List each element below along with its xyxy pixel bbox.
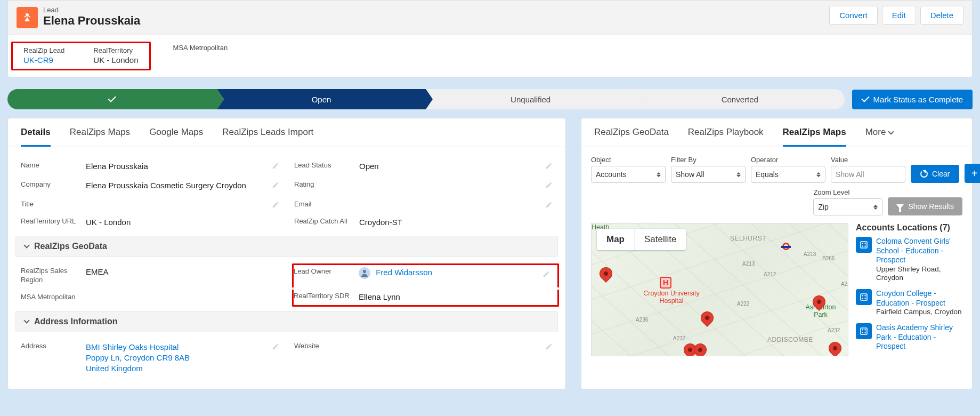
- sub-info-bar: RealZip Lead UK-CR9 RealTerritory UK - L…: [7, 35, 973, 77]
- leadowner-label: Lead Owner: [294, 267, 352, 276]
- tab-geodata[interactable]: RealZips GeoData: [594, 127, 669, 147]
- leadstatus-value: Open: [359, 161, 553, 172]
- salesregion-label: RealZips Sales Region: [21, 267, 79, 285]
- realzip-lead-value[interactable]: UK-CR9: [23, 55, 64, 65]
- tab-more[interactable]: More: [865, 127, 894, 147]
- check-icon: [861, 94, 870, 102]
- account-icon: [856, 237, 872, 253]
- check-icon: [108, 94, 117, 102]
- realterritory-label: RealTerritory: [93, 46, 138, 54]
- leadowner-value[interactable]: Fred Widarsson: [376, 268, 432, 277]
- address-label: Address: [21, 342, 79, 351]
- tab-google-maps[interactable]: Google Maps: [149, 127, 203, 147]
- address-line3[interactable]: United Kingdom: [86, 364, 143, 373]
- map-pin[interactable]: [826, 339, 844, 356]
- path-stage-converted[interactable]: Converted: [635, 89, 845, 109]
- path-stage-done[interactable]: [7, 89, 217, 109]
- satellite-btn[interactable]: Satellite: [634, 229, 686, 250]
- filterby-select[interactable]: Show All: [671, 166, 746, 183]
- operator-select[interactable]: Equals: [751, 166, 825, 183]
- svg-rect-14: [865, 329, 866, 330]
- tab-rzmaps[interactable]: RealZips Maps: [783, 127, 846, 147]
- pencil-icon[interactable]: [542, 270, 550, 279]
- lead-path: Open Unqualified Converted: [7, 89, 845, 109]
- pencil-icon[interactable]: [272, 181, 279, 190]
- object-select[interactable]: Accounts: [591, 166, 666, 183]
- pencil-icon[interactable]: [272, 162, 279, 171]
- map-btn[interactable]: Map: [597, 229, 634, 250]
- path-row: Open Unqualified Converted Mark Status a…: [7, 89, 973, 109]
- pencil-icon[interactable]: [545, 201, 553, 210]
- map-type-toggle: Map Satellite: [597, 229, 686, 250]
- pencil-icon[interactable]: [272, 201, 279, 210]
- map-pin[interactable]: [597, 265, 615, 283]
- convert-button[interactable]: Convert: [829, 6, 878, 25]
- zoom-select[interactable]: Zip: [813, 198, 882, 215]
- pencil-icon[interactable]: [545, 181, 553, 190]
- show-results-button[interactable]: Show Results: [888, 197, 962, 215]
- tab-realzips-import[interactable]: RealZips Leads Import: [222, 127, 313, 147]
- road-label: A232: [826, 327, 841, 333]
- path-stage-open[interactable]: Open: [217, 89, 426, 109]
- account-icon: [856, 289, 872, 305]
- account-address: Fairfield Campus, Croydon: [876, 308, 962, 317]
- account-name[interactable]: Coloma Convent Girls' School - Education…: [876, 237, 951, 264]
- section-geodata[interactable]: RealZips GeoData: [15, 236, 558, 257]
- lead-icon: [17, 7, 38, 28]
- address-line2[interactable]: Poppy Ln, Croydon CR9 8AB: [86, 353, 190, 362]
- mark-complete-label: Mark Status as Complete: [873, 95, 963, 104]
- clear-button[interactable]: Clear: [911, 165, 959, 183]
- details-panel: Details RealZips Maps Google Maps RealZi…: [7, 118, 566, 389]
- msa-label: MSA Metropolitan: [173, 44, 228, 52]
- road-label: A213: [802, 251, 817, 257]
- realterritory-value: UK - London: [93, 55, 138, 65]
- map-label-selhurst: SELHURST: [730, 235, 766, 243]
- tab-details[interactable]: Details: [21, 127, 51, 147]
- svg-rect-11: [865, 298, 866, 299]
- value-label: Value: [831, 156, 905, 164]
- edit-button[interactable]: Edit: [882, 6, 916, 25]
- spinner-icon: [873, 205, 878, 210]
- highlight-box-lead: RealZip Lead UK-CR9 RealTerritory UK - L…: [11, 42, 151, 70]
- title-label: Title: [21, 200, 79, 209]
- pencil-icon[interactable]: [545, 162, 553, 171]
- tab-playbook[interactable]: RealZips Playbook: [688, 127, 764, 147]
- pencil-icon[interactable]: [272, 343, 279, 352]
- record-name: Elena Prousskaia: [43, 14, 140, 28]
- svg-rect-10: [862, 298, 863, 299]
- tab-realzips-maps[interactable]: RealZips Maps: [70, 127, 130, 147]
- name-value: Elena Prousskaia: [86, 161, 279, 172]
- path-stage-unqualified[interactable]: Unqualified: [426, 89, 635, 109]
- tab-more-label: More: [865, 127, 886, 138]
- territoryurl-value[interactable]: UK - London: [86, 217, 279, 228]
- svg-rect-5: [862, 246, 863, 247]
- section-geodata-label: RealZips GeoData: [34, 242, 107, 251]
- value-input[interactable]: Show All: [831, 166, 905, 183]
- account-icon: [856, 323, 872, 339]
- account-item: Croydon College - Education - Prospect F…: [856, 289, 962, 317]
- salesregion-value: EMEA: [86, 267, 285, 277]
- avatar-icon: [359, 267, 370, 279]
- svg-point-1: [363, 270, 366, 273]
- realzip-lead-label: RealZip Lead: [23, 46, 64, 54]
- delete-button[interactable]: Delete: [920, 6, 963, 25]
- address-line1[interactable]: BMI Shirley Oaks Hospital: [86, 342, 179, 351]
- record-header: Lead Elena Prousskaia Convert Edit Delet…: [7, 0, 973, 35]
- svg-rect-6: [865, 246, 866, 247]
- map-view[interactable]: Map Satellite H Croydon University Hospi…: [591, 223, 848, 356]
- road-label: A236: [634, 317, 650, 323]
- svg-rect-8: [862, 295, 863, 297]
- section-address[interactable]: Address Information: [15, 311, 558, 332]
- value-value: Show All: [836, 170, 864, 179]
- mark-complete-button[interactable]: Mark Status as Complete: [852, 90, 973, 109]
- add-button[interactable]: +: [965, 164, 980, 183]
- filter-row-2: Zoom Level Zip Show Results: [581, 188, 972, 223]
- company-value: Elena Prousskaia Cosmetic Surgery Croydo…: [86, 180, 279, 191]
- object-label: Object: [591, 156, 666, 164]
- road-label: A232: [671, 335, 687, 341]
- account-name[interactable]: Croydon College - Education - Prospect: [876, 289, 945, 307]
- account-name[interactable]: Oasis Academy Shirley Park - Education -…: [876, 323, 953, 350]
- pencil-icon[interactable]: [545, 343, 553, 352]
- map-pin[interactable]: [698, 309, 716, 327]
- svg-rect-13: [862, 329, 863, 330]
